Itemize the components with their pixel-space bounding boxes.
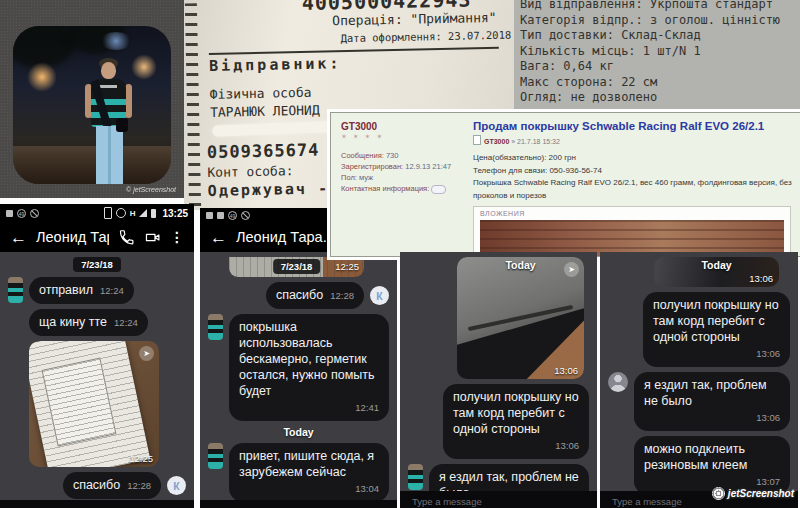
message-list: Today 13:06 получил покрышку но там корд… <box>600 252 798 508</box>
incoming-message-row: я ездил так, проблем не было13:06 <box>608 372 790 431</box>
chat-screenshot-3: ➤ Today 13:06 получил покрышку но там ко… <box>400 252 597 508</box>
message-bubble[interactable]: спасибо12:28 <box>266 282 364 309</box>
outgoing-message-row: спасибо12:28 К <box>8 472 186 499</box>
compose-placeholder: Type a message <box>412 496 482 507</box>
tire-image-bottom[interactable]: Today 13:06 <box>654 257 779 287</box>
post-price-line: Цена(обязательно): 200 грн <box>473 152 795 165</box>
shoulder-bag <box>116 118 128 132</box>
back-icon[interactable]: ← <box>10 229 27 246</box>
receipt-edge-marks <box>185 3 201 210</box>
contact-info-toggle[interactable] <box>431 185 446 194</box>
date-chip: 7/23/18 <box>273 259 321 274</box>
message-time: 12:24 <box>100 285 124 296</box>
forum-post-content: Продам покрышку Schwable Racing Ralf EVO… <box>473 120 795 202</box>
call-icon[interactable] <box>118 229 135 246</box>
chat-title[interactable]: Леонид Тара... <box>36 229 109 245</box>
shipment-detail-line: Огляд: не дозволено <box>520 90 800 106</box>
message-bubble[interactable]: спасибо12:28 <box>63 472 161 499</box>
message-time: 12:28 <box>127 480 151 491</box>
incoming-message-row: покрышка использовалась бескамерно, герм… <box>208 314 389 421</box>
post-title-link[interactable]: Продам покрышку Schwable Racing Ralf EVO… <box>473 120 795 132</box>
street-lamp-glow <box>131 54 157 80</box>
shipment-detail-line: Тип доставки: Склад-Склад <box>520 28 800 44</box>
message-bubble[interactable]: я ездил так, проблем не было13:06 <box>634 372 790 431</box>
image-time: 12:25 <box>129 453 153 464</box>
shipment-detail-line: Кількість місць: 1 шт/N 1 <box>520 44 800 60</box>
contact-avatar[interactable] <box>208 314 223 340</box>
profile-row: Контактная информация: <box>341 183 463 194</box>
message-bubble[interactable]: покрышка использовалась бескамерно, герм… <box>229 314 389 421</box>
photo-watermark: © jetScreenshot <box>126 186 176 193</box>
forum-post-panel: GT3000 ✶ ✶ ✶ ✶ Сообщения: 730 Зарегистри… <box>330 112 800 257</box>
default-avatar[interactable] <box>608 372 628 392</box>
chat-screenshot-1: 49 H 13:25 ← Леонид Тара... ⋮ 7/23/18 от… <box>0 204 194 508</box>
mute-icon <box>30 209 39 218</box>
image-time: 12:25 <box>335 261 359 272</box>
contact-avatar[interactable] <box>208 443 223 469</box>
overflow-menu-icon[interactable]: ⋮ <box>170 229 184 245</box>
person-arm <box>125 84 132 118</box>
message-time: 12:28 <box>330 290 354 301</box>
post-meta: GT3000 » 21.7.18 15:32 <box>473 135 795 145</box>
street-lamp-glow <box>27 62 57 92</box>
person-jeans <box>96 126 123 184</box>
attachments-box: ВЛОЖЕНИЯ <box>473 206 791 257</box>
image-message-row: ➤ Today 13:06 <box>436 257 589 379</box>
back-icon[interactable]: ← <box>210 229 227 246</box>
k-contact-avatar[interactable]: К <box>370 286 389 305</box>
receiver-label: Одержувач - <box>208 179 330 200</box>
jetscreenshot-watermark: jetScreenshot <box>712 487 794 500</box>
profile-row: Зарегистрирован: 12.9.13 21:47 <box>341 161 463 172</box>
k-contact-avatar[interactable]: К <box>167 476 186 495</box>
contact-label: Конт особа: <box>207 163 293 180</box>
video-call-icon[interactable] <box>144 229 161 246</box>
night-profile-photo <box>13 26 171 184</box>
network-h-icon: H <box>130 209 136 218</box>
speaker-icon <box>116 208 126 218</box>
shipment-detail-line: Категорія відпр.: з оголош. цінністю <box>520 13 800 29</box>
status-bar: 49 H 13:25 <box>0 204 194 222</box>
forward-icon[interactable]: ➤ <box>564 262 579 277</box>
message-time: 12:24 <box>114 317 138 328</box>
incoming-message-row: получил покрышку но там корд перебит с о… <box>422 384 589 459</box>
today-label: Today <box>283 426 313 438</box>
signal-icon <box>139 209 147 217</box>
outgoing-message-row: спасибо12:28 К <box>208 282 389 309</box>
today-overlay: Today <box>505 259 535 271</box>
image-time: 13:06 <box>554 365 578 376</box>
compose-bar[interactable]: Type a message <box>400 491 597 508</box>
post-icon <box>473 135 481 145</box>
incoming-message-row: привет, пишите сюда, я зарубежем сейчас1… <box>208 443 389 502</box>
today-overlay: Today <box>701 259 731 271</box>
profile-row: Сообщения: 730 <box>341 150 463 161</box>
contact-avatar[interactable] <box>8 277 23 303</box>
date-chip: 7/23/18 <box>73 257 121 272</box>
operation-line: Операція: "Приймання" <box>332 10 497 28</box>
chat-header: ← Леонид Тара... ⋮ <box>0 222 194 252</box>
message-time: 13:06 <box>644 410 780 426</box>
message-list: 7/23/18 отправил12:24 ща кину тте12:24 ➤… <box>0 252 194 508</box>
receipt-image-bottom[interactable]: 7/23/18 12:25 <box>229 257 364 277</box>
forward-icon[interactable]: ➤ <box>139 346 154 361</box>
tire-image-message[interactable]: ➤ Today 13:06 <box>457 257 584 379</box>
bottom-bar <box>200 500 397 508</box>
sender-name: ТАРАНЮК ЛЕОНИД <box>210 103 320 120</box>
contact-avatar[interactable] <box>408 464 423 490</box>
image-time: 13:06 <box>749 273 773 284</box>
post-author-link[interactable]: GT3000 <box>484 138 509 145</box>
forum-username-link[interactable]: GT3000 <box>341 121 463 132</box>
message-bubble[interactable]: привет, пишите сюда, я зарубежем сейчас1… <box>229 443 389 502</box>
date-line: Дата оформлення: 23.07.2018 <box>340 29 511 45</box>
image-message-row: 7/23/18 12:25 <box>208 257 389 277</box>
message-bubble[interactable]: получил покрышку но там корд перебит с о… <box>443 384 589 459</box>
message-bubble[interactable]: получил покрышку но там корд перебит с о… <box>643 292 790 367</box>
message-bubble[interactable]: ща кину тте12:24 <box>29 309 148 336</box>
attachments-label: ВЛОЖЕНИЯ <box>480 210 784 217</box>
shipment-detail-line: Вид відправлення: Укрпошта стандарт <box>520 0 800 13</box>
message-bubble[interactable]: отправил12:24 <box>29 277 134 304</box>
image-message-row: Today 13:06 <box>633 257 790 287</box>
receipt-image-message[interactable]: ➤ 12:25 <box>29 341 159 467</box>
sender-phone: 0509365674 <box>207 140 320 162</box>
message-time: 13:04 <box>239 481 379 497</box>
incoming-message-row: ща кину тте12:24 <box>8 309 186 336</box>
